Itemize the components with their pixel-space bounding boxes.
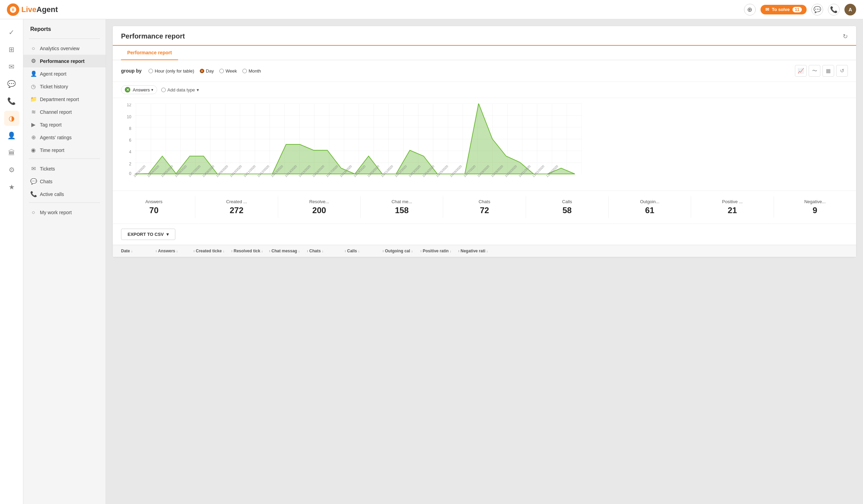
sort-icon-chatmsg: ↓ (298, 249, 300, 253)
sort-icon-outgoing-up: ↕ (382, 249, 384, 253)
th-outgoing[interactable]: ↕ Outgoing cal ↓ (382, 249, 417, 253)
sidebar-item-active-calls[interactable]: 📞 Active calls (23, 188, 106, 200)
reports-sidebar: Reports ○ Analytics overview ⚙ Performan… (23, 19, 106, 504)
sidebar-item-performance[interactable]: ⚙ Performance report (23, 55, 106, 67)
th-calls[interactable]: ↕ Calls ↓ (345, 249, 379, 253)
sidebar-item-dashboard[interactable]: ⊞ (4, 42, 19, 57)
sidebar-item-star[interactable]: ★ (4, 179, 19, 195)
sort-icon-chats: ↓ (322, 249, 324, 253)
sidebar-item-reports[interactable]: ◑ (4, 111, 19, 126)
sidebar-item-channel[interactable]: ≋ Channel report (23, 106, 106, 118)
sidebar-item-analytics[interactable]: ○ Analytics overview (23, 42, 106, 55)
sort-icon-positive-up: ↕ (420, 249, 422, 253)
svg-text:4: 4 (129, 150, 131, 154)
radio-week[interactable]: Week (219, 68, 237, 74)
stat-positive: Positive ... 21 (691, 196, 774, 218)
tag-icon: ▶ (30, 121, 36, 128)
sidebar-item-company[interactable]: 🏛 (4, 145, 19, 160)
th-date[interactable]: Date ↓ (121, 249, 152, 253)
sidebar-item-tickets[interactable]: ✉ Tickets (23, 162, 106, 175)
sidebar-item-contacts[interactable]: 👤 (4, 128, 19, 143)
sort-icon-outgoing: ↓ (411, 249, 413, 253)
sidebar-item-agents-ratings[interactable]: ⊕ Agents' ratings (23, 131, 106, 144)
performance-icon: ⚙ (30, 58, 36, 64)
avatar-button[interactable]: A (844, 4, 856, 15)
refresh-button[interactable]: ↻ (843, 33, 848, 45)
chart-type-buttons: 📈 〜 ▦ ↺ (795, 65, 848, 77)
chip-dropdown-icon: ▾ (151, 88, 153, 92)
to-solve-button[interactable]: ✉ To solve 11 (761, 5, 807, 14)
analytics-icon: ○ (30, 45, 36, 52)
add-button[interactable]: ⊕ (744, 4, 756, 15)
answers-chip[interactable]: ✕ Answers ▾ (121, 85, 157, 94)
radio-month[interactable]: Month (242, 68, 261, 74)
stat-created: Created ... 272 (195, 196, 278, 218)
stat-chats: Chats 72 (443, 196, 526, 218)
sidebar-item-chats[interactable]: 💬 Chats (23, 175, 106, 188)
sidebar-item-my-work[interactable]: ○ My work report (23, 206, 106, 219)
chats-icon: 💬 (30, 178, 36, 185)
sort-icon-date: ↓ (131, 249, 133, 253)
time-icon: ◉ (30, 147, 36, 153)
bar-chart-btn[interactable]: ▦ (822, 65, 834, 77)
th-resolved[interactable]: ↕ Resolved tick ↓ (231, 249, 265, 253)
radio-day[interactable]: Day (200, 68, 214, 74)
add-data-button[interactable]: Add data type ▾ (161, 87, 199, 92)
report-title: Performance report (121, 32, 185, 45)
sort-icon-negative-up: ↕ (458, 249, 460, 253)
svg-text:0: 0 (129, 171, 131, 176)
sidebar-item-settings[interactable]: ⚙ (4, 162, 19, 177)
svg-text:12: 12 (127, 103, 132, 107)
add-data-radio[interactable] (161, 88, 166, 92)
sidebar-item-mail[interactable]: ✉ (4, 59, 19, 74)
th-created[interactable]: ↕ Created ticke ↓ (193, 249, 228, 253)
sidebar-item-phone[interactable]: 📞 (4, 94, 19, 109)
sidebar-item-tag[interactable]: ▶ Tag report (23, 118, 106, 131)
sort-icon-resolved-up: ↕ (231, 249, 233, 253)
history-icon: ◷ (30, 83, 36, 90)
sort-icon-resolved: ↓ (261, 249, 263, 253)
phone-nav-button[interactable]: 📞 (828, 4, 840, 15)
sidebar-item-check[interactable]: ✓ (4, 25, 19, 40)
svg-text:2: 2 (129, 162, 131, 166)
tab-performance[interactable]: Performance report (121, 46, 178, 60)
sort-icon-chatmsg-up: ↕ (269, 249, 271, 253)
line-chart-btn[interactable]: 〜 (809, 65, 820, 77)
mail-icon: ✉ (765, 7, 769, 12)
sidebar-item-department[interactable]: 📁 Department report (23, 93, 106, 106)
add-data-dropdown-icon: ▾ (197, 87, 199, 92)
radio-hour[interactable]: Hour (only for table) (149, 68, 194, 74)
th-answers[interactable]: ↕ Answers ↓ (155, 249, 190, 253)
sidebar-item-time[interactable]: ◉ Time report (23, 144, 106, 156)
export-row: EXPORT TO CSV ▾ (113, 223, 856, 245)
data-type-row: ✕ Answers ▾ Add data type ▾ (113, 82, 856, 98)
sort-icon-answers: ↓ (176, 249, 178, 253)
stat-negative: Negative... 9 (774, 196, 856, 218)
th-negative[interactable]: ↕ Negative rati ↓ (458, 249, 492, 253)
th-positive[interactable]: ↕ Positive ratin ↓ (420, 249, 455, 253)
th-chat-messages[interactable]: ↕ Chat messag ↓ (269, 249, 303, 253)
chat-nav-button[interactable]: 💬 (811, 4, 823, 15)
export-button[interactable]: EXPORT TO CSV ▾ (121, 229, 175, 240)
tickets-icon: ✉ (30, 165, 36, 172)
export-dropdown-icon: ▾ (166, 232, 169, 237)
agent-icon: 👤 (30, 70, 36, 77)
stat-outgoing: Outgoin... 61 (609, 196, 691, 218)
area-chart-btn[interactable]: 📈 (795, 65, 807, 77)
table-header-row: Date ↓ ↕ Answers ↓ ↕ Created ticke ↓ ↕ R… (113, 245, 856, 257)
reset-chart-btn[interactable]: ↺ (836, 65, 848, 77)
sidebar-item-chat[interactable]: 💬 (4, 76, 19, 91)
report-tabs: Performance report (113, 46, 856, 60)
report-panel: Performance report ↻ Performance report … (113, 26, 856, 257)
group-by-label: group by (121, 68, 142, 74)
navbar-right: ⊕ ✉ To solve 11 💬 📞 A (744, 4, 856, 15)
logo-text: LiveAgent (21, 5, 58, 14)
sidebar-item-ticket-history[interactable]: ◷ Ticket history (23, 80, 106, 93)
group-by-row: group by Hour (only for table) Day Week (121, 68, 261, 74)
navbar: LiveAgent ⊕ ✉ To solve 11 💬 📞 A (0, 0, 863, 19)
reports-sidebar-title: Reports (23, 26, 106, 36)
sidebar-item-agent[interactable]: 👤 Agent report (23, 67, 106, 80)
sort-icon-created-up: ↕ (193, 249, 195, 253)
department-icon: 📁 (30, 96, 36, 102)
th-chats[interactable]: ↕ Chats ↓ (307, 249, 341, 253)
